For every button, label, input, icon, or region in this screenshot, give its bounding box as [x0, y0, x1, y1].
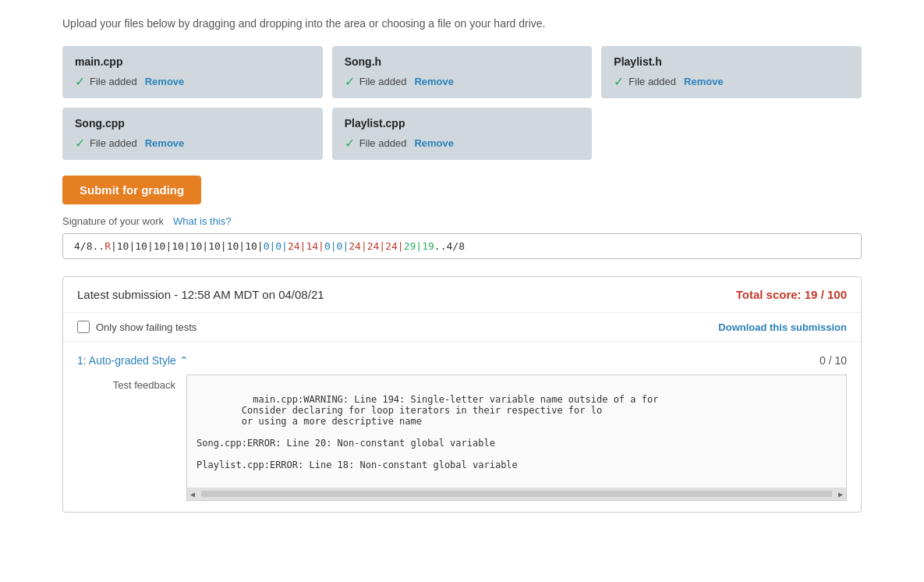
feedback-code-text: main.cpp:WARNING: Line 194: Single-lette…	[196, 394, 658, 470]
file-card-song-cpp: Song.cpp ✓ File added Remove	[62, 108, 323, 160]
checkmark-icon-playlist-h: ✓	[614, 74, 624, 89]
file-name-song-h: Song.h	[345, 55, 580, 68]
scroll-right-arrow[interactable]: ▶	[835, 488, 846, 499]
file-name-playlist-cpp: Playlist.cpp	[345, 117, 580, 130]
remove-button-song-h[interactable]: Remove	[414, 76, 454, 87]
sig-part-4: 0|0|	[324, 240, 349, 252]
status-text-playlist-h: File added	[628, 76, 676, 87]
signature-row: Signature of your work What is this?	[62, 215, 862, 227]
feedback-code-box[interactable]: main.cpp:WARNING: Line 194: Single-lette…	[186, 374, 847, 501]
upload-instruction: Upload your files below by dragging and …	[62, 16, 862, 32]
empty-cell	[601, 108, 862, 160]
test-feedback-label: Test feedback	[77, 374, 186, 391]
horizontal-scrollbar[interactable]: ◀ ▶	[187, 488, 846, 500]
file-name-playlist-h: Playlist.h	[614, 55, 849, 68]
file-status-song-cpp: ✓ File added Remove	[75, 136, 310, 151]
status-text-main-cpp: File added	[90, 76, 137, 87]
sig-part-3: 24|14|	[288, 240, 324, 252]
remove-button-song-cpp[interactable]: Remove	[145, 137, 185, 149]
submission-title: Latest submission - 12:58 AM MDT on 04/0…	[77, 288, 324, 301]
submission-header: Latest submission - 12:58 AM MDT on 04/0…	[63, 277, 861, 313]
file-status-main-cpp: ✓ File added Remove	[75, 74, 310, 89]
submission-panel: Latest submission - 12:58 AM MDT on 04/0…	[62, 276, 862, 513]
files-grid-row2: Song.cpp ✓ File added Remove Playlist.cp…	[62, 108, 862, 160]
checkmark-icon-playlist-cpp: ✓	[345, 136, 355, 151]
test-section-score: 0 / 10	[820, 354, 847, 367]
sig-part-7: ..4/8	[434, 240, 465, 252]
file-status-song-h: ✓ File added Remove	[345, 74, 580, 89]
file-card-playlist-cpp: Playlist.cpp ✓ File added Remove	[332, 108, 593, 160]
test-section-header: 1: Auto-graded Style ⌃ 0 / 10	[77, 350, 847, 374]
file-card-song-h: Song.h ✓ File added Remove	[332, 46, 593, 98]
submission-controls: Only show failing tests Download this su…	[63, 313, 861, 342]
page-container: Upload your files below by dragging and …	[0, 0, 924, 582]
only-failing-row: Only show failing tests	[77, 321, 196, 333]
test-section-title-text: 1: Auto-graded Style	[77, 354, 176, 367]
submit-for-grading-button[interactable]: Submit for grading	[62, 176, 201, 204]
remove-button-playlist-cpp[interactable]: Remove	[414, 137, 454, 149]
signature-label: Signature of your work	[62, 215, 164, 227]
remove-button-main-cpp[interactable]: Remove	[145, 76, 185, 87]
status-text-song-cpp: File added	[90, 137, 137, 149]
sig-part-1: |10|10|10|10|10|10|10|10|	[111, 240, 264, 252]
sig-part-5: 24|24|24|	[349, 240, 403, 252]
files-grid-row1: main.cpp ✓ File added Remove Song.h ✓ Fi…	[62, 46, 862, 98]
collapse-icon: ⌃	[179, 354, 189, 367]
test-section-title[interactable]: 1: Auto-graded Style ⌃	[77, 354, 189, 367]
test-section: 1: Auto-graded Style ⌃ 0 / 10 Test feedb…	[63, 342, 861, 501]
file-name-main-cpp: main.cpp	[75, 55, 310, 68]
scroll-left-arrow[interactable]: ◀	[187, 488, 198, 499]
checkmark-icon-main-cpp: ✓	[75, 74, 85, 89]
file-card-main-cpp: main.cpp ✓ File added Remove	[62, 46, 323, 98]
file-status-playlist-h: ✓ File added Remove	[614, 74, 849, 89]
only-failing-label: Only show failing tests	[96, 321, 196, 333]
sig-part-0: 4/8..	[74, 240, 104, 252]
file-name-song-cpp: Song.cpp	[75, 117, 310, 130]
checkmark-icon-song-h: ✓	[345, 74, 355, 89]
signature-box: 4/8.. R|10|10|10|10|10|10|10|10|0|0|24|1…	[62, 233, 862, 259]
download-submission-link[interactable]: Download this submission	[718, 321, 847, 333]
sig-part-r: R	[104, 240, 111, 252]
sig-part-2: 0|0|	[264, 240, 288, 252]
checkmark-icon-song-cpp: ✓	[75, 136, 85, 151]
remove-button-playlist-h[interactable]: Remove	[684, 76, 724, 87]
total-score: Total score: 19 / 100	[736, 288, 847, 301]
sig-part-6: 29|19	[404, 240, 434, 252]
status-text-playlist-cpp: File added	[359, 137, 407, 149]
status-text-song-h: File added	[359, 76, 407, 87]
file-card-playlist-h: Playlist.h ✓ File added Remove	[601, 46, 862, 98]
what-is-this-link[interactable]: What is this?	[173, 215, 231, 227]
scrollbar-track[interactable]	[201, 491, 832, 497]
only-failing-checkbox[interactable]	[77, 321, 90, 333]
file-status-playlist-cpp: ✓ File added Remove	[345, 136, 580, 151]
test-feedback-row: Test feedback main.cpp:WARNING: Line 194…	[77, 374, 847, 501]
